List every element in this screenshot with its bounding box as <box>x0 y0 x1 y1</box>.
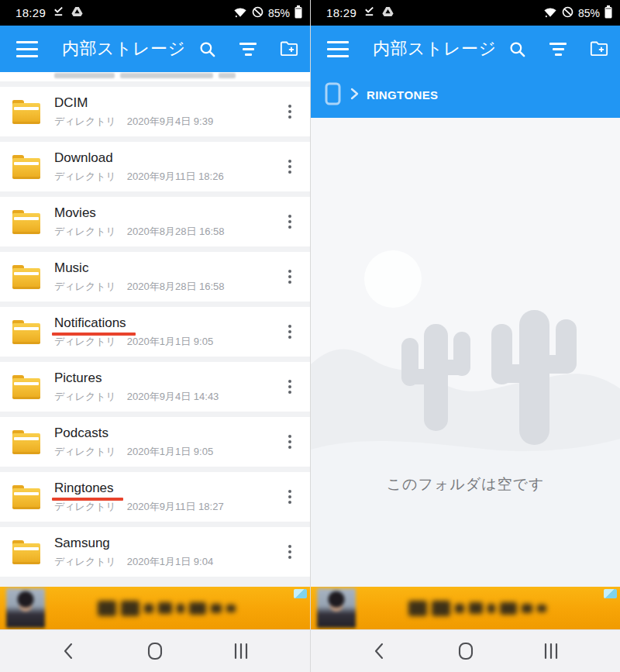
folder-icon <box>12 430 40 454</box>
folder-icon <box>12 540 40 564</box>
folder-row-download[interactable]: Download ディレクトリ 2020年9月11日 18:26 <box>0 142 310 191</box>
folder-row-movies[interactable]: Movies ディレクトリ 2020年8月28日 16:58 <box>0 197 310 246</box>
folder-row-podcasts[interactable]: Podcasts ディレクトリ 2020年1月1日 9:05 <box>0 417 310 467</box>
folder-icon <box>12 375 40 399</box>
more-options-icon[interactable] <box>280 261 300 292</box>
breadcrumb: RINGTONES <box>311 72 620 118</box>
more-options-icon[interactable] <box>280 316 300 347</box>
folder-date: 2020年8月28日 16:58 <box>127 280 225 294</box>
dual-screenshot: 18:29 85% 内部ストレージ <box>0 0 620 672</box>
folder-name: Ringtones <box>54 481 114 496</box>
android-nav-bar <box>311 629 620 672</box>
do-not-disturb-icon <box>562 6 574 20</box>
folder-icon <box>12 210 40 234</box>
more-options-icon[interactable] <box>280 426 300 457</box>
folder-name: Pictures <box>54 370 102 386</box>
battery-percent: 85% <box>268 7 290 19</box>
menu-icon[interactable] <box>16 41 38 57</box>
folder-type-label: ディレクトリ <box>54 390 116 404</box>
folder-meta: ディレクトリ 2020年8月28日 16:58 <box>54 225 225 239</box>
google-drive-icon <box>382 6 394 19</box>
ad-photo <box>317 588 356 628</box>
folder-type-label: ディレクトリ <box>54 445 116 459</box>
folder-type-label: ディレクトリ <box>54 500 116 514</box>
ad-blurred-text <box>60 587 273 629</box>
folder-meta: ディレクトリ 2020年9月4日 9:39 <box>54 115 213 129</box>
folder-row-ringtones[interactable]: Ringtones ディレクトリ 2020年9月11日 18:27 <box>0 472 310 522</box>
nav-recents-icon[interactable] <box>229 639 253 663</box>
folder-row-dcim[interactable]: DCIM ディレクトリ 2020年9月4日 9:39 <box>0 87 310 136</box>
google-drive-icon <box>71 6 83 19</box>
search-icon[interactable] <box>508 40 526 58</box>
folder-row-samsung[interactable]: Samsung ディレクトリ 2020年1月1日 9:04 <box>0 527 310 577</box>
right-screenshot-empty-folder: 18:29 85% 内部ストレージ <box>310 0 620 672</box>
device-storage-icon[interactable] <box>325 82 341 109</box>
folder-type-label: ディレクトリ <box>54 555 116 569</box>
new-folder-icon[interactable] <box>590 40 608 58</box>
search-icon[interactable] <box>198 40 216 58</box>
folder-icon <box>12 100 40 124</box>
folder-date: 2020年8月28日 16:58 <box>127 225 225 239</box>
folder-icon <box>12 265 40 289</box>
nav-home-icon[interactable] <box>454 639 477 663</box>
folder-meta: ディレクトリ 2020年9月11日 18:26 <box>54 170 224 184</box>
wifi-icon <box>233 6 247 20</box>
ad-photo <box>6 588 45 628</box>
folder-date: 2020年1月1日 9:04 <box>127 555 213 569</box>
more-options-icon[interactable] <box>280 96 300 127</box>
folder-icon <box>12 320 40 344</box>
folder-list: DCIM ディレクトリ 2020年9月4日 9:39 Download ディレク… <box>0 72 310 587</box>
folder-icon <box>12 155 40 179</box>
do-not-disturb-icon <box>252 6 264 20</box>
menu-icon[interactable] <box>327 41 349 57</box>
more-options-icon[interactable] <box>280 371 300 402</box>
nav-back-icon[interactable] <box>57 639 81 663</box>
page-title: 内部ストレージ <box>62 37 186 60</box>
battery-icon <box>604 5 612 21</box>
left-screenshot-file-list: 18:29 85% 内部ストレージ <box>0 0 310 672</box>
ad-banner[interactable] <box>0 587 310 629</box>
folder-name: DCIM <box>54 95 88 111</box>
folder-date: 2020年9月4日 9:39 <box>127 115 213 129</box>
clock: 18:29 <box>16 6 46 19</box>
sort-icon[interactable] <box>549 40 567 58</box>
new-folder-icon[interactable] <box>280 40 298 58</box>
battery-icon <box>294 5 302 21</box>
folder-type-label: ディレクトリ <box>54 170 116 184</box>
nav-recents-icon[interactable] <box>539 639 563 663</box>
more-options-icon[interactable] <box>280 536 300 567</box>
more-options-icon[interactable] <box>280 151 300 182</box>
folder-date: 2020年9月4日 14:43 <box>127 390 219 404</box>
status-bar: 18:29 85% <box>0 0 310 26</box>
folder-type-label: ディレクトリ <box>54 115 116 129</box>
folder-meta: ディレクトリ 2020年1月1日 9:05 <box>54 445 213 459</box>
page-title: 内部ストレージ <box>373 37 497 60</box>
folder-row-pictures[interactable]: Pictures ディレクトリ 2020年9月4日 14:43 <box>0 362 310 412</box>
folder-date: 2020年9月11日 18:26 <box>127 170 224 184</box>
sort-icon[interactable] <box>239 40 257 58</box>
folder-name: Movies <box>54 205 96 221</box>
breadcrumb-folder-name[interactable]: RINGTONES <box>367 88 439 102</box>
download-complete-icon <box>363 6 375 20</box>
more-options-icon[interactable] <box>280 206 300 237</box>
ad-choices-icon[interactable] <box>294 589 307 598</box>
folder-row-notifications[interactable]: Notifications ディレクトリ 2020年1月1日 9:05 <box>0 307 310 357</box>
folder-meta: ディレクトリ 2020年8月28日 16:58 <box>54 280 225 294</box>
clipped-meta-text <box>54 73 236 78</box>
nav-back-icon[interactable] <box>368 639 391 663</box>
app-bar: 内部ストレージ <box>0 26 310 72</box>
chevron-right-icon <box>350 88 359 103</box>
desert-illustration <box>311 118 620 587</box>
folder-meta: ディレクトリ 2020年1月1日 9:05 <box>54 335 213 349</box>
clipped-folder-row <box>0 72 310 81</box>
more-options-icon[interactable] <box>280 481 300 512</box>
android-nav-bar <box>0 629 310 672</box>
folder-icon <box>12 485 40 509</box>
ad-banner[interactable] <box>311 587 620 629</box>
ad-choices-icon[interactable] <box>604 589 617 598</box>
folder-meta: ディレクトリ 2020年1月1日 9:04 <box>54 555 213 569</box>
folder-date: 2020年1月1日 9:05 <box>127 445 213 459</box>
nav-home-icon[interactable] <box>143 639 167 663</box>
folder-name: Podcasts <box>54 426 108 441</box>
folder-row-music[interactable]: Music ディレクトリ 2020年8月28日 16:58 <box>0 252 310 302</box>
